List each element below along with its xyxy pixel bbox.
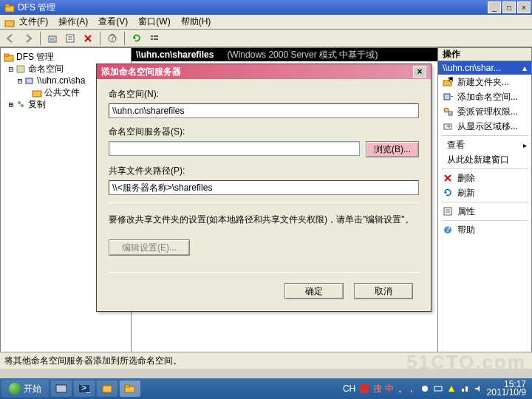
ime-indicator[interactable]: CH xyxy=(343,383,355,394)
add-namespace-server-dialog: 添加命名空间服务器 × 命名空间(N): \\uhn.cn\sharefiles… xyxy=(96,64,432,312)
maximize-button[interactable]: □ xyxy=(502,1,516,13)
action-help[interactable]: ?帮助 xyxy=(438,222,531,237)
date: 2011/10/9 xyxy=(487,389,526,397)
actions-header: 操作 xyxy=(438,48,531,61)
action-add-namespace[interactable]: +添加命名空间... xyxy=(438,89,531,104)
menu-help[interactable]: 帮助(H) xyxy=(181,16,211,28)
svg-rect-29 xyxy=(444,208,451,215)
clock[interactable]: 15:17 2011/10/9 xyxy=(487,381,526,397)
svg-rect-11 xyxy=(151,38,153,40)
delete-icon xyxy=(443,173,453,183)
svg-point-26 xyxy=(444,108,449,112)
menu-action[interactable]: 操作(A) xyxy=(58,16,88,28)
svg-text:?: ? xyxy=(110,33,115,43)
move-icon xyxy=(443,121,453,132)
share-label: 共享文件夹路径(P): xyxy=(109,165,419,177)
help-button[interactable]: ? xyxy=(105,31,120,46)
window-title: DFS 管理 xyxy=(18,1,55,14)
ime-status[interactable]: 搜 中 xyxy=(373,383,393,395)
action-properties[interactable]: 属性 xyxy=(438,204,531,219)
svg-rect-42 xyxy=(434,386,442,391)
list-button[interactable] xyxy=(147,31,162,46)
tree-ns-label: 命名空间 xyxy=(28,63,64,75)
expand-toggle[interactable]: ⊟ xyxy=(7,64,16,74)
action-view[interactable]: 查看▸ xyxy=(438,137,531,152)
minimize-button[interactable]: _ xyxy=(488,1,501,13)
menubar: 文件(F) 操作(A) 查看(V) 窗口(W) 帮助(H) xyxy=(0,15,532,30)
statusbar: 将其他命名空间服务器添加到所选命名空间。 xyxy=(0,352,532,369)
dialog-note: 要修改共享文件夹的设置(如本地路径和共享文件夹权限)，请单击"编辑设置"。 xyxy=(109,214,419,226)
tray-icon[interactable] xyxy=(420,384,429,393)
svg-rect-2 xyxy=(5,21,14,27)
svg-point-41 xyxy=(422,386,428,392)
svg-rect-13 xyxy=(154,38,158,40)
svg-rect-1 xyxy=(5,4,10,7)
svg-rect-12 xyxy=(154,35,158,37)
delete-button[interactable] xyxy=(81,31,95,46)
forward-button[interactable] xyxy=(21,31,35,46)
refresh-button[interactable] xyxy=(129,31,144,46)
folder-new-icon: ★ xyxy=(443,77,453,87)
namespace-field: \\uhn.cn\sharefiles xyxy=(109,103,419,118)
windows-orb-icon xyxy=(9,383,21,395)
action-refresh[interactable]: 刷新 xyxy=(438,185,531,200)
network-icon[interactable] xyxy=(460,384,469,393)
taskbar-server[interactable] xyxy=(97,381,117,397)
actions-sub-label: \\uhn.cn\shar... xyxy=(443,63,501,73)
ok-button[interactable]: 确定 xyxy=(284,283,344,299)
expand-toggle[interactable]: ⊞ xyxy=(7,100,16,109)
server-input[interactable] xyxy=(109,141,360,156)
back-button[interactable] xyxy=(3,31,18,46)
close-button[interactable]: × xyxy=(517,1,531,13)
actions-panel: 操作 \\uhn.cn\shar... ▴ ★新建文件夹... +添加命名空间.… xyxy=(437,47,532,352)
path-extra: (Windows 2000 Server 模式 中基于域) xyxy=(227,49,378,61)
taskbar-dfs[interactable] xyxy=(120,381,140,397)
help-icon: ? xyxy=(443,225,453,235)
svg-rect-43 xyxy=(462,389,464,392)
dialog-titlebar: 添加命名空间服务器 × xyxy=(97,64,431,79)
menu-window[interactable]: 窗口(W) xyxy=(138,16,170,28)
status-text: 将其他命名空间服务器添加到所选命名空间。 xyxy=(4,355,182,367)
volume-icon[interactable] xyxy=(474,384,482,393)
action-new-window[interactable]: 从此处新建窗口 xyxy=(438,152,531,167)
svg-rect-5 xyxy=(66,35,74,42)
up-button[interactable] xyxy=(45,31,60,46)
share-path-field: \\<服务器名称>\sharefiles xyxy=(109,180,419,195)
actions-subheader[interactable]: \\uhn.cn\shar... ▴ xyxy=(438,61,531,75)
svg-rect-17 xyxy=(26,78,33,83)
expand-toggle[interactable]: ⊟ xyxy=(16,76,24,86)
browse-button[interactable]: 浏览(B)... xyxy=(366,141,419,157)
dialog-title: 添加命名空间服务器 xyxy=(101,66,181,78)
svg-rect-27 xyxy=(449,112,452,115)
svg-rect-39 xyxy=(125,385,129,387)
cancel-button[interactable]: 取消 xyxy=(354,283,413,299)
start-button[interactable]: 开始 xyxy=(1,380,49,398)
action-new-folder[interactable]: ★新建文件夹... xyxy=(438,75,531,89)
system-tray: CH 搜 中 。， 15:17 2011/10/9 xyxy=(343,381,531,397)
titlebar: DFS 管理 _ □ × xyxy=(0,0,532,15)
svg-text:>_: >_ xyxy=(81,383,90,393)
delegate-icon xyxy=(443,106,453,117)
menu-view[interactable]: 查看(V) xyxy=(98,16,128,28)
action-move[interactable]: 从显示区域移... xyxy=(438,119,531,134)
svg-rect-4 xyxy=(50,38,55,41)
keyboard-icon[interactable] xyxy=(434,384,443,393)
edit-settings-button[interactable]: 编辑设置(E)... xyxy=(109,239,190,256)
taskbar: 开始 >_ CH 搜 中 。， 15:17 2011/10/9 xyxy=(0,378,532,399)
tree-pub-label: 公共文件 xyxy=(44,86,80,99)
action-delegate[interactable]: 委派管理权限... xyxy=(438,104,531,119)
dialog-close-button[interactable]: × xyxy=(413,66,426,78)
svg-text:+: + xyxy=(451,92,453,102)
taskbar-explorer[interactable] xyxy=(51,381,72,397)
props-button[interactable] xyxy=(63,31,78,46)
namespace-label: 命名空间(N): xyxy=(109,88,419,100)
svg-rect-10 xyxy=(151,35,153,37)
tree-root[interactable]: DFS 管理 xyxy=(2,51,129,63)
taskbar-powershell[interactable]: >_ xyxy=(74,381,95,397)
tray-icon[interactable] xyxy=(447,384,456,393)
submenu-arrow-icon: ▸ xyxy=(523,141,527,149)
action-delete[interactable]: 删除 xyxy=(438,171,531,185)
collapse-icon: ▴ xyxy=(522,63,527,73)
tray-icon[interactable] xyxy=(360,384,369,393)
menu-file[interactable]: 文件(F) xyxy=(19,16,48,28)
